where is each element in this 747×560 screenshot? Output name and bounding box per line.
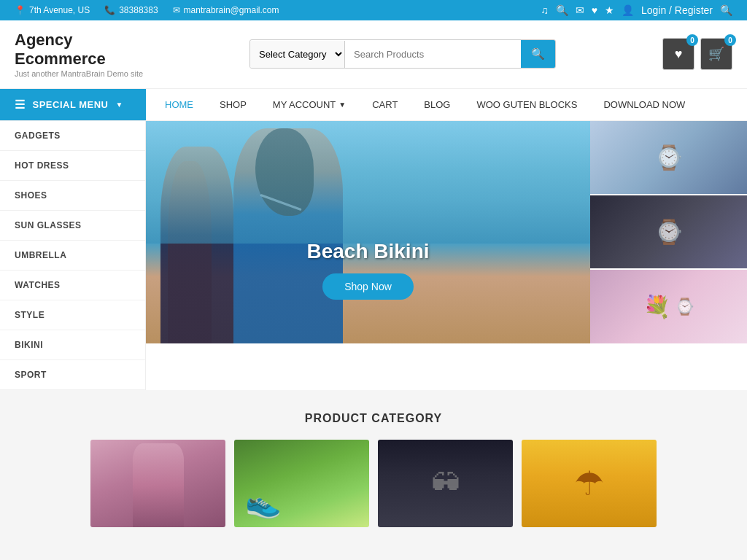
logo-title: Agency Ecommerce <box>15 31 143 69</box>
flowers-watch-icon: ⌚ <box>675 298 694 316</box>
hamburger-icon: ☰ <box>15 98 26 112</box>
phone-icon: 📞 <box>104 5 115 15</box>
cart-badge: 0 <box>724 34 736 46</box>
address-text: 7th Avenue, US <box>29 5 90 15</box>
chevron-down-icon: ▼ <box>116 101 123 109</box>
side-image-2: ⌚ <box>590 195 747 270</box>
hero-banner: Beach Bikini Shop Now <box>146 121 590 343</box>
shop-now-button[interactable]: Shop Now <box>322 273 414 300</box>
music-icon[interactable]: ♫ <box>541 4 549 16</box>
header: Agency Ecommerce Just another MantraBrai… <box>0 20 747 88</box>
email-text: mantrabrain@gmail.com <box>184 5 279 15</box>
product-grid: 👟 🕶 ☂ <box>15 440 732 527</box>
hero-text: Beach Bikini Shop Now <box>306 240 429 300</box>
address-item: 📍 7th Avenue, US <box>15 5 90 15</box>
search-bar[interactable]: Select Category 🔍 <box>249 39 556 69</box>
hero-title: Beach Bikini <box>306 240 429 263</box>
nav-link-home[interactable]: HOME <box>153 89 205 120</box>
sidebar-item-sport[interactable]: SPORT <box>0 360 145 390</box>
sidebar-item-shoes[interactable]: SHOES <box>0 181 145 211</box>
sidebar-item-bikini[interactable]: BIKINI <box>0 330 145 360</box>
my-account-chevron-icon: ▼ <box>338 101 346 109</box>
top-bar-icons: ♫ 🔍 ✉ ♥ ★ 👤 Login / Register 🔍 <box>541 4 732 16</box>
topbar-search2-icon[interactable]: 🔍 <box>720 4 732 16</box>
shoes-icon: 👟 <box>245 486 282 520</box>
fashion-figure <box>133 443 184 527</box>
top-bar-left: 📍 7th Avenue, US 📞 38388383 ✉ mantrabrai… <box>15 5 279 15</box>
nav-link-woo-guten-blocks[interactable]: WOO GUTEN BLOCKS <box>465 89 589 120</box>
nav-links: HOME SHOP MY ACCOUNT ▼ CART BLOG WOO GUT… <box>146 89 747 120</box>
nav-link-cart[interactable]: CART <box>360 89 409 120</box>
product-card-fashion[interactable] <box>90 440 225 527</box>
logo-subtitle: Just another MantraBrain Demo site <box>15 69 143 78</box>
hero-area: Beach Bikini Shop Now ⌚ ⌚ <box>146 121 747 390</box>
category-select[interactable]: Select Category <box>250 41 345 68</box>
sidebar-item-hot-dress[interactable]: HOT DRESS <box>0 151 145 181</box>
sidebar-item-gadgets[interactable]: GADGETS <box>0 121 145 151</box>
hero-image <box>146 121 590 343</box>
product-card-sunglasses[interactable]: 🕶 <box>378 440 513 527</box>
flowers-icon: 💐 <box>643 294 670 319</box>
sunglasses-icon: 🕶 <box>431 467 460 499</box>
nav-link-my-account[interactable]: MY ACCOUNT ▼ <box>261 89 357 120</box>
topbar-mail-icon[interactable]: ✉ <box>576 4 584 16</box>
phone-text: 38388383 <box>119 5 158 15</box>
search-button[interactable]: 🔍 <box>521 40 555 68</box>
side-image-3: 💐 ⌚ <box>590 270 747 343</box>
cart-button[interactable]: 🛒 0 <box>700 38 732 70</box>
topbar-star-icon[interactable]: ★ <box>605 4 614 16</box>
side-image-1: ⌚ <box>590 121 747 195</box>
product-card-umbrella[interactable]: ☂ <box>522 440 657 527</box>
heart-icon: ♥ <box>675 47 683 62</box>
watch-top-icon: ⌚ <box>654 144 684 171</box>
topbar-search-icon[interactable]: 🔍 <box>556 4 568 16</box>
nav-link-shop[interactable]: SHOP <box>208 89 258 120</box>
header-icons: ♥ 0 🛒 0 <box>662 38 732 70</box>
topbar-heart-icon[interactable]: ♥ <box>592 4 597 16</box>
email-item: ✉ mantrabrain@gmail.com <box>173 5 279 15</box>
cart-icon: 🛒 <box>708 46 724 62</box>
nav-link-blog[interactable]: BLOG <box>412 89 462 120</box>
sidebar-item-style[interactable]: STYLE <box>0 300 145 330</box>
sidebar: GADGETS HOT DRESS SHOES SUN GLASSES UMBR… <box>0 121 146 390</box>
nav-link-download-now[interactable]: DOWNLOAD NOW <box>592 89 697 120</box>
product-category-section: PRODUCT CATEGORY 👟 🕶 ☂ <box>0 390 747 534</box>
email-icon: ✉ <box>173 5 180 15</box>
user-icon[interactable]: 👤 <box>622 4 634 16</box>
smartwatch-icon: ⌚ <box>654 218 684 246</box>
sidebar-item-watches[interactable]: WATCHES <box>0 271 145 300</box>
logo-area[interactable]: Agency Ecommerce Just another MantraBrai… <box>15 31 143 78</box>
hero-side: ⌚ ⌚ 💐 ⌚ <box>590 121 747 343</box>
wishlist-badge: 0 <box>686 34 698 46</box>
section-title: PRODUCT CATEGORY <box>15 412 732 425</box>
login-register-link[interactable]: Login / Register <box>641 4 713 16</box>
sidebar-item-umbrella[interactable]: UMBRELLA <box>0 241 145 271</box>
hero-main: Beach Bikini Shop Now ⌚ ⌚ <box>146 121 747 343</box>
sea-overlay <box>146 121 590 244</box>
location-icon: 📍 <box>15 5 26 15</box>
sidebar-item-sun-glasses[interactable]: SUN GLASSES <box>0 211 145 241</box>
special-menu-button[interactable]: ☰ SPECIAL MENU ▼ <box>0 89 146 120</box>
search-input[interactable] <box>345 42 521 67</box>
wishlist-button[interactable]: ♥ 0 <box>662 38 694 70</box>
product-card-shoes[interactable]: 👟 <box>234 440 369 527</box>
special-menu-label: SPECIAL MENU <box>33 99 109 110</box>
top-bar: 📍 7th Avenue, US 📞 38388383 ✉ mantrabrai… <box>0 0 747 20</box>
content-area: GADGETS HOT DRESS SHOES SUN GLASSES UMBR… <box>0 121 747 390</box>
umbrella-icon: ☂ <box>574 464 604 503</box>
phone-item: 📞 38388383 <box>104 5 158 15</box>
nav-bar: ☰ SPECIAL MENU ▼ HOME SHOP MY ACCOUNT ▼ … <box>0 88 747 121</box>
